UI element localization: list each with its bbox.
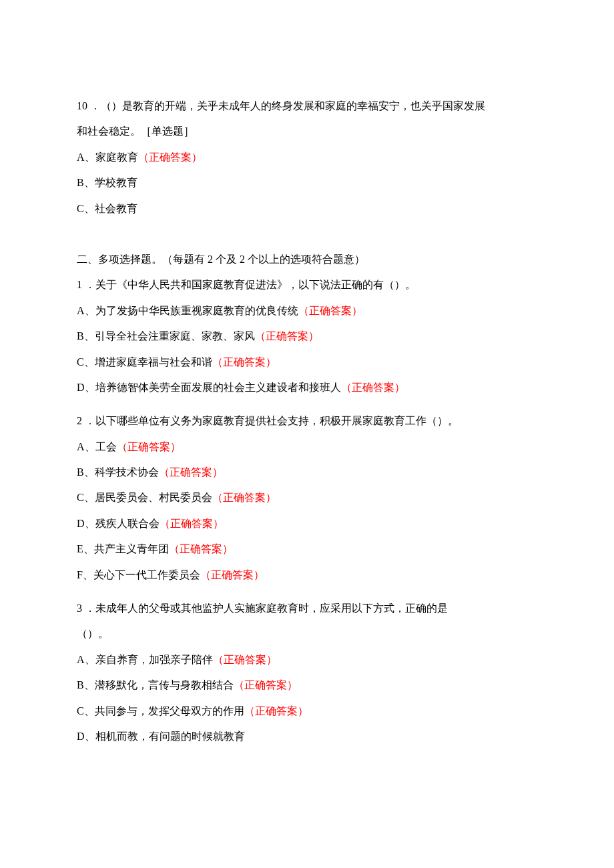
correct-answer-label: （正确答案） <box>169 543 233 554</box>
correct-answer-label: （正确答案） <box>234 679 298 691</box>
mq3-option-b: B、潜移默化，言传与身教相结合（正确答案） <box>77 673 537 698</box>
correct-answer-label: （正确答案） <box>200 569 264 580</box>
option-text: D、残疾人联合会 <box>77 518 160 529</box>
correct-answer-label: （正确答案） <box>212 356 276 368</box>
mquestion-2: 2 ．以下哪些单位有义务为家庭教育提供社会支持，积极开展家庭教育工作（）。 A、… <box>77 408 537 588</box>
mq2-stem: 2 ．以下哪些单位有义务为家庭教育提供社会支持，积极开展家庭教育工作（）。 <box>77 408 537 434</box>
correct-answer-label: （正确答案） <box>159 466 223 478</box>
correct-answer-label: （正确答案） <box>341 382 405 393</box>
correct-answer-label: （正确答案） <box>298 305 362 316</box>
q10-stem-line1: 10 ．（）是教育的开端，关乎未成年人的终身发展和家庭的幸福安宁，也关乎国家发展 <box>77 93 537 119</box>
mq3-option-d: D、相机而教，有问题的时候就教育 <box>77 724 537 749</box>
option-text: A、工会 <box>77 441 117 452</box>
question-10: 10 ．（）是教育的开端，关乎未成年人的终身发展和家庭的幸福安宁，也关乎国家发展… <box>77 93 537 222</box>
mq2-option-d: D、残疾人联合会（正确答案） <box>77 511 537 536</box>
mq2-option-e: E、共产主义青年团（正确答案） <box>77 536 537 562</box>
option-text: F、关心下一代工作委员会 <box>77 569 200 580</box>
correct-answer-label: （正确答案） <box>255 330 319 342</box>
option-text: A、亲自养育，加强亲子陪伴 <box>77 654 213 665</box>
option-text: C、增进家庭幸福与社会和谐 <box>77 356 212 368</box>
mq2-option-a: A、工会（正确答案） <box>77 434 537 460</box>
q10-option-b: B、学校教育 <box>77 170 537 195</box>
correct-answer-label: （正确答案） <box>244 705 308 717</box>
mq1-option-b: B、引导全社会注重家庭、家教、家风（正确答案） <box>77 324 537 349</box>
option-text: E、共产主义青年团 <box>77 543 169 554</box>
mq1-option-c: C、增进家庭幸福与社会和谐（正确答案） <box>77 350 537 375</box>
correct-answer-label: （正确答案） <box>117 441 181 452</box>
q10-option-a: A、家庭教育（正确答案） <box>77 145 537 170</box>
mq3-stem-line1: 3 ．未成年人的父母或其他监护人实施家庭教育时，应采用以下方式，正确的是 <box>77 596 537 621</box>
option-text: A、为了发扬中华民族重视家庭教育的优良传统 <box>77 305 298 316</box>
correct-answer-label: （正确答案） <box>138 151 202 163</box>
option-text: B、科学技术协会 <box>77 466 159 478</box>
q10-option-c: C、社会教育 <box>77 196 537 222</box>
mq1-option-d: D、培养德智体美劳全面发展的社会主义建设者和接班人（正确答案） <box>77 375 537 400</box>
section-2-heading: 二、多项选择题。（每题有 2 个及 2 个以上的选项符合题意） <box>77 247 537 272</box>
mq2-option-f: F、关心下一代工作委员会（正确答案） <box>77 562 537 588</box>
option-text: D、培养德智体美劳全面发展的社会主义建设者和接班人 <box>77 382 341 393</box>
mq2-option-c: C、居民委员会、村民委员会（正确答案） <box>77 485 537 510</box>
correct-answer-label: （正确答案） <box>212 492 276 503</box>
mquestion-3: 3 ．未成年人的父母或其他监护人实施家庭教育时，应采用以下方式，正确的是 （）。… <box>77 596 537 749</box>
mquestion-1: 1 ．关于《中华人民共和国家庭教育促进法》，以下说法正确的有（）。 A、为了发扬… <box>77 272 537 400</box>
correct-answer-label: （正确答案） <box>160 518 224 529</box>
option-text: C、共同参与，发挥父母双方的作用 <box>77 705 244 717</box>
correct-answer-label: （正确答案） <box>213 654 277 665</box>
q10-stem-line2: 和社会稳定。［单选题］ <box>77 119 537 144</box>
mq3-option-c: C、共同参与，发挥父母双方的作用（正确答案） <box>77 699 537 724</box>
option-text: B、潜移默化，言传与身教相结合 <box>77 679 234 691</box>
option-text: B、引导全社会注重家庭、家教、家风 <box>77 330 255 342</box>
option-text: A、家庭教育 <box>77 151 138 163</box>
mq1-option-a: A、为了发扬中华民族重视家庭教育的优良传统（正确答案） <box>77 298 537 324</box>
mq1-stem: 1 ．关于《中华人民共和国家庭教育促进法》，以下说法正确的有（）。 <box>77 272 537 298</box>
mq2-option-b: B、科学技术协会（正确答案） <box>77 460 537 485</box>
option-text: C、居民委员会、村民委员会 <box>77 492 212 503</box>
mq3-option-a: A、亲自养育，加强亲子陪伴（正确答案） <box>77 647 537 673</box>
mq3-stem-line2: （）。 <box>77 621 537 646</box>
